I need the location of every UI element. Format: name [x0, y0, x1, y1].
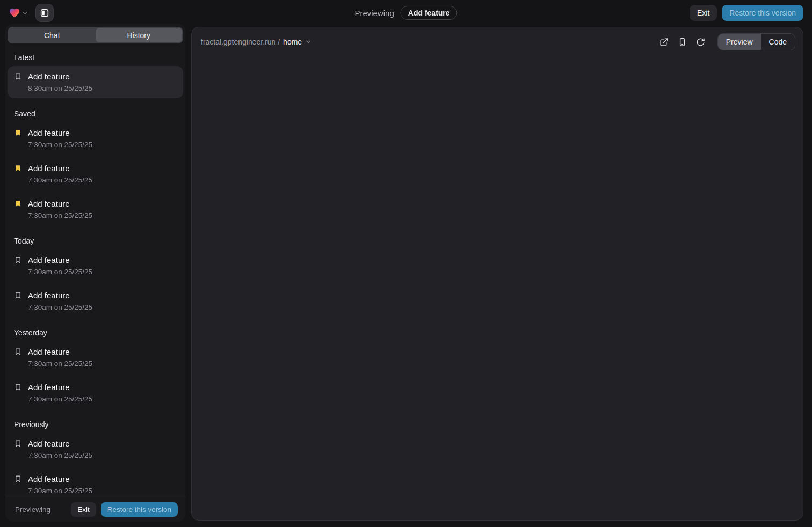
bookmark-outline-icon: [14, 348, 22, 356]
list-item[interactable]: Add feature 7:30am on 25/25/25: [8, 193, 183, 225]
previewing-status-label: Previewing: [15, 506, 50, 514]
tab-history[interactable]: History: [96, 28, 183, 42]
exit-button[interactable]: Exit: [690, 5, 717, 21]
restore-version-button[interactable]: Restore this version: [722, 5, 803, 21]
bookmark-outline-icon: [14, 72, 22, 80]
version-badge[interactable]: Add feature: [401, 6, 458, 20]
item-title: Add feature: [28, 128, 92, 138]
bookmark-filled-icon: [14, 200, 22, 208]
url-domain: fractal.gptengineer.run /: [201, 38, 280, 46]
refresh-icon: [696, 38, 705, 47]
section-title-saved: Saved: [14, 109, 177, 118]
list-item[interactable]: Add feature 7:30am on 25/25/25: [8, 285, 183, 317]
preview-toolbar: fractal.gptengineer.run / home: [192, 30, 803, 54]
url-page: home: [283, 38, 302, 46]
item-title: Add feature: [28, 474, 92, 484]
item-title: Add feature: [28, 438, 92, 449]
item-time: 7:30am on 25/25/25: [28, 268, 92, 276]
panel-left-icon: [40, 8, 49, 18]
external-link-icon: [659, 38, 669, 47]
item-title: Add feature: [28, 71, 92, 82]
preview-panel: fractal.gptengineer.run / home: [191, 27, 803, 521]
item-title: Add feature: [28, 255, 92, 265]
item-time: 7:30am on 25/25/25: [28, 176, 92, 185]
item-time: 7:30am on 25/25/25: [28, 395, 92, 404]
exit-button[interactable]: Exit: [71, 502, 96, 517]
bookmark-outline-icon: [14, 291, 22, 299]
preview-code-toggle: Preview Code: [717, 33, 795, 50]
bookmark-filled-icon: [14, 129, 22, 137]
section-title-yesterday: Yesterday: [14, 328, 177, 337]
open-in-new-tab-button[interactable]: [656, 34, 672, 50]
previewing-status-label: Previewing: [354, 9, 394, 18]
sidebar-tabbar: Chat History: [8, 27, 183, 43]
item-time: 7:30am on 25/25/25: [28, 303, 92, 312]
section-title-today: Today: [14, 237, 177, 245]
preview-viewport[interactable]: [192, 54, 803, 520]
tab-code[interactable]: Code: [761, 34, 795, 50]
list-item[interactable]: Add feature 7:30am on 25/25/25: [8, 158, 183, 190]
item-time: 7:30am on 25/25/25: [28, 211, 92, 220]
item-time: 8:30am on 25/25/25: [28, 84, 92, 93]
bookmark-outline-icon: [14, 383, 22, 391]
lovable-heart-logo-icon: [9, 7, 20, 19]
item-title: Add feature: [28, 199, 92, 209]
list-item[interactable]: Add feature 7:30am on 25/25/25: [8, 122, 183, 155]
mobile-icon: [678, 38, 687, 47]
list-item[interactable]: Add feature 7:30am on 25/25/25: [8, 469, 183, 497]
chevron-down-icon: [22, 10, 28, 16]
item-title: Add feature: [28, 163, 92, 173]
item-title: Add feature: [28, 347, 92, 357]
url-breadcrumb[interactable]: fractal.gptengineer.run / home: [201, 38, 311, 46]
item-title: Add feature: [28, 290, 92, 301]
history-list[interactable]: Latest Add feature 8:30am on 25/25/25 Sa…: [5, 43, 185, 497]
refresh-button[interactable]: [693, 34, 709, 50]
list-item[interactable]: Add feature 7:30am on 25/25/25: [8, 341, 183, 374]
bookmark-filled-icon: [14, 164, 22, 172]
list-item[interactable]: Add feature 7:30am on 25/25/25: [8, 250, 183, 282]
tab-preview[interactable]: Preview: [718, 34, 761, 50]
app-logo-menu[interactable]: [9, 7, 28, 19]
item-time: 7:30am on 25/25/25: [28, 451, 92, 460]
sidebar-footer: Previewing Exit Restore this version: [5, 497, 185, 522]
list-item[interactable]: Add feature 8:30am on 25/25/25: [8, 66, 183, 98]
item-time: 7:30am on 25/25/25: [28, 360, 92, 368]
list-item[interactable]: Add feature 7:30am on 25/25/25: [8, 433, 183, 465]
chevron-down-icon: [305, 39, 311, 45]
section-title-previously: Previously: [14, 420, 177, 429]
bookmark-outline-icon: [14, 256, 22, 264]
top-bar: Previewing Add feature Exit Restore this…: [0, 0, 812, 26]
section-title-latest: Latest: [14, 53, 177, 62]
item-title: Add feature: [28, 382, 92, 392]
item-time: 7:30am on 25/25/25: [28, 487, 92, 495]
toggle-sidebar-button[interactable]: [35, 4, 54, 22]
bookmark-outline-icon: [14, 475, 22, 483]
mobile-view-button[interactable]: [675, 34, 691, 50]
tab-chat[interactable]: Chat: [9, 28, 96, 42]
restore-version-button[interactable]: Restore this version: [101, 502, 178, 517]
item-time: 7:30am on 25/25/25: [28, 141, 92, 149]
bookmark-outline-icon: [14, 440, 22, 448]
list-item[interactable]: Add feature 7:30am on 25/25/25: [8, 377, 183, 409]
history-sidebar: Chat History Latest Add feature 8:30am o…: [5, 24, 185, 522]
